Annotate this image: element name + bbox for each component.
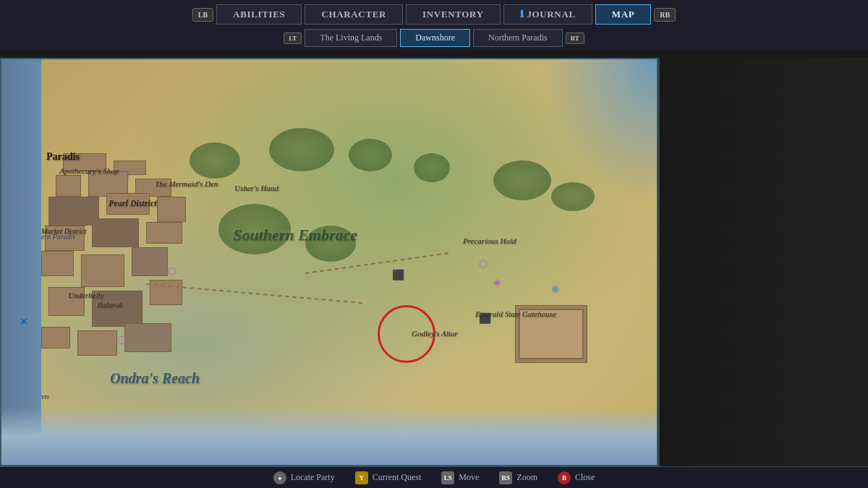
label-vn: vn — [41, 392, 48, 401]
close-label: Close — [575, 472, 595, 483]
tab-journal[interactable]: ℹJOURNAL — [503, 4, 592, 25]
move-label: Move — [459, 472, 479, 483]
water-south — [1, 407, 657, 465]
close-icon: B — [558, 471, 571, 484]
status-move[interactable]: LS Move — [441, 471, 479, 484]
sub-tab-living-lands[interactable]: The Living Lands — [305, 29, 397, 47]
move-icon: LS — [441, 471, 454, 484]
building-3 — [56, 175, 81, 197]
map-area: ⬡ ⬡ ◈ ❋ ⬛ ⬡ ⬡ ⬛ ✕ Southern Embrace Ondra… — [0, 58, 868, 466]
forest-patch-7 — [218, 204, 291, 254]
forest-patch-2 — [269, 128, 334, 171]
forest-patch-3 — [349, 139, 392, 171]
zoom-label: Zoom — [516, 472, 537, 483]
status-current-quest[interactable]: Y Current Quest — [355, 471, 422, 484]
rb-button[interactable]: RB — [654, 8, 676, 22]
tab-abilities[interactable]: ABILITIES — [216, 4, 302, 25]
building-16 — [92, 291, 142, 327]
zoom-icon: RS — [499, 471, 512, 484]
sub-nav-tabs: LT The Living Lands Dawnshore Northern P… — [284, 29, 584, 47]
x-marker[interactable]: ✕ — [20, 316, 28, 328]
building-10 — [92, 218, 139, 247]
tab-character[interactable]: CHARACTER — [305, 4, 403, 25]
icon-marker-2[interactable]: ⬡ — [479, 258, 488, 270]
status-close[interactable]: B Close — [558, 471, 595, 484]
status-locate-party[interactable]: ⬥ Locate Party — [273, 471, 335, 484]
building-8 — [157, 197, 186, 222]
building-20 — [124, 323, 171, 352]
icon-marker-7[interactable]: ⬡ — [117, 334, 126, 346]
top-navigation: LB ABILITIES CHARACTER INVENTORY ℹJOURNA… — [0, 0, 868, 50]
forest-patch-4 — [414, 153, 450, 182]
icon-marker-5[interactable]: ⬛ — [392, 269, 404, 281]
rt-button[interactable]: RT — [566, 33, 584, 44]
locate-party-label: Locate Party — [291, 472, 335, 483]
building-11 — [146, 222, 182, 244]
water-northeast — [541, 59, 657, 204]
building-12 — [41, 251, 74, 276]
tab-inventory[interactable]: INVENTORY — [406, 4, 501, 25]
label-ern-paradis: ern Paradis — [41, 233, 76, 241]
water-west — [1, 59, 41, 465]
building-1 — [63, 153, 106, 171]
main-nav-tabs: LB ABILITIES CHARACTER INVENTORY ℹJOURNA… — [192, 4, 676, 25]
map-canvas[interactable]: ⬡ ⬡ ◈ ❋ ⬛ ⬡ ⬡ ⬛ ✕ Southern Embrace Ondra… — [0, 58, 658, 466]
building-7 — [106, 193, 150, 215]
forest-patch-6 — [551, 182, 595, 211]
status-bar: ⬥ Locate Party Y Current Quest LS Move R… — [0, 466, 868, 488]
icon-marker-1[interactable]: ⬡ — [168, 265, 176, 278]
lt-button[interactable]: LT — [284, 33, 302, 44]
forest-patch-8 — [305, 226, 356, 262]
sub-tab-dawnshore[interactable]: Dawnshore — [400, 29, 470, 47]
gatehouse-area — [515, 305, 587, 363]
status-zoom[interactable]: RS Zoom — [499, 471, 537, 484]
icon-marker-3[interactable]: ◈ — [493, 276, 501, 288]
quest-button-icon: Y — [355, 471, 368, 484]
tab-map[interactable]: MAP — [595, 4, 652, 25]
building-13 — [81, 254, 124, 287]
current-quest-label: Current Quest — [373, 472, 422, 483]
sub-tab-northern-paradis[interactable]: Northern Paradis — [473, 29, 563, 47]
building-14 — [132, 247, 168, 276]
forest-patch-5 — [493, 160, 551, 200]
location-marker-godleys-altar[interactable] — [378, 305, 435, 363]
locate-party-icon: ⬥ — [273, 471, 286, 484]
icon-marker-4[interactable]: ❋ — [551, 283, 560, 296]
journal-icon: ℹ — [520, 9, 524, 20]
icon-marker-gatehouse[interactable]: ⬛ — [479, 312, 491, 325]
icon-marker-6[interactable]: ⬡ — [121, 171, 129, 184]
dark-texture — [660, 58, 868, 466]
lb-button[interactable]: LB — [192, 8, 213, 22]
building-18 — [41, 327, 70, 348]
building-19 — [77, 330, 117, 356]
building-15 — [48, 287, 85, 316]
city-area — [41, 153, 222, 377]
dark-right-panel — [658, 58, 868, 466]
